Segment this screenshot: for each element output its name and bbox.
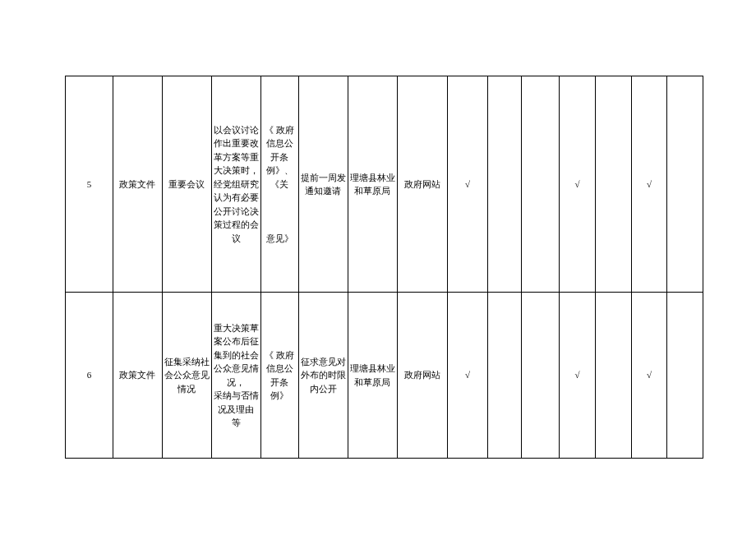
- cell-content: 重大决策草案公布后征集到的社会公众意见情况， 采纳与否情况及理由 等: [211, 293, 260, 459]
- cell-chk5: [595, 293, 631, 459]
- cell-chk1: √: [447, 76, 487, 293]
- cell-basis: 《 政府信息公开条例》: [260, 293, 298, 459]
- cell-chk4: √: [560, 76, 596, 293]
- cell-chk6: √: [631, 293, 667, 459]
- cell-category: 政策文件: [113, 76, 162, 293]
- cell-timing: 提前一周发通知邀请: [298, 76, 348, 293]
- cell-chk3: [522, 76, 560, 293]
- cell-channel: 政府网站: [397, 293, 447, 459]
- cell-chk5: [595, 76, 631, 293]
- cell-content: 以会议讨论作出重要改革方案等重大决策时，经党组研究认为有必要公开讨论决策过程的会…: [211, 76, 260, 293]
- cell-chk3: [522, 293, 560, 459]
- cell-timing: 征求意见对外布的时限内公开: [298, 293, 348, 459]
- cell-channel: 政府网站: [397, 76, 447, 293]
- cell-chk4: √: [560, 293, 596, 459]
- cell-num: 5: [66, 76, 113, 293]
- cell-chk6: √: [631, 76, 667, 293]
- disclosure-table: 5 政策文件 重要会议 以会议讨论作出重要改革方案等重大决策时，经党组研究认为有…: [65, 76, 703, 459]
- cell-chk2: [487, 293, 521, 459]
- cell-chk2: [487, 76, 521, 293]
- cell-num: 6: [66, 293, 113, 459]
- cell-type: 征集采纳社会公众意见情况: [162, 293, 211, 459]
- table-row: 5 政策文件 重要会议 以会议讨论作出重要改革方案等重大决策时，经党组研究认为有…: [66, 76, 703, 293]
- cell-type: 重要会议: [162, 76, 211, 293]
- cell-subject: 理塘县林业和草原局: [348, 76, 397, 293]
- cell-category: 政策文件: [113, 293, 162, 459]
- cell-subject: 理塘县林业和草原局: [348, 293, 397, 459]
- cell-chk7: [667, 293, 703, 459]
- table-row: 6 政策文件 征集采纳社会公众意见情况 重大决策草案公布后征集到的社会公众意见情…: [66, 293, 703, 459]
- cell-basis: 《 政府信息公开条例》、《关 意见》: [260, 76, 298, 293]
- cell-chk7: [667, 76, 703, 293]
- cell-chk1: √: [447, 293, 487, 459]
